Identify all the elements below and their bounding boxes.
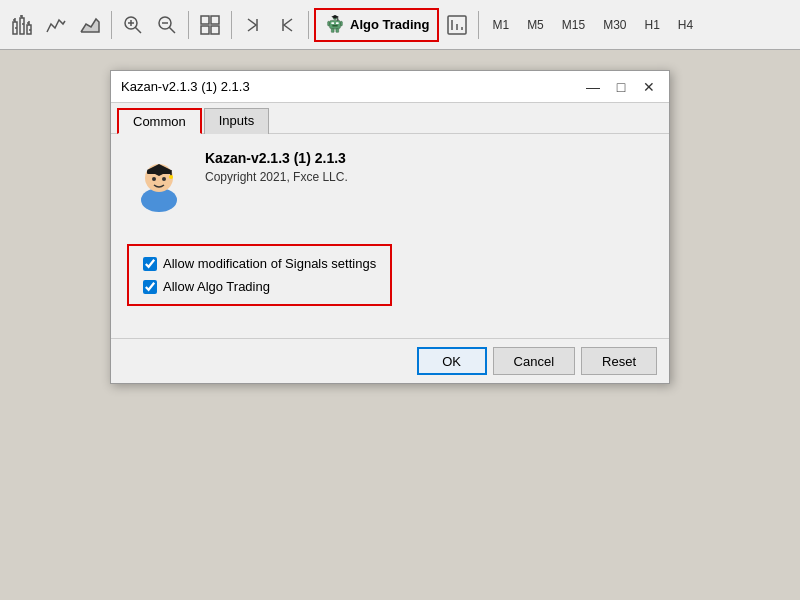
svg-rect-29 — [332, 25, 338, 26]
svg-line-18 — [169, 27, 175, 33]
svg-line-15 — [135, 27, 141, 33]
svg-rect-33 — [336, 28, 339, 32]
main-area: Kazan-v2.1.3 (1) 2.1.3 — □ ✕ Common Inpu… — [0, 50, 800, 600]
svg-rect-35 — [337, 16, 338, 19]
expert-info: Kazan-v2.1.3 (1) 2.1.3 Copyright 2021, F… — [127, 150, 653, 214]
checkboxes-section: Allow modification of Signals settings A… — [127, 244, 392, 306]
maximize-button[interactable]: □ — [611, 77, 631, 97]
timeframe-m5[interactable]: M5 — [519, 11, 552, 39]
svg-rect-30 — [328, 21, 330, 26]
expert-details: Kazan-v2.1.3 (1) 2.1.3 Copyright 2021, F… — [205, 150, 348, 184]
separator-1 — [111, 11, 112, 39]
dialog-title: Kazan-v2.1.3 (1) 2.1.3 — [121, 79, 250, 94]
svg-point-47 — [152, 177, 156, 181]
tab-bar: Common Inputs — [111, 103, 669, 134]
expert-copyright: Copyright 2021, Fxce LLC. — [205, 170, 348, 184]
svg-rect-32 — [331, 28, 334, 32]
timeframe-m1[interactable]: M1 — [484, 11, 517, 39]
svg-rect-36 — [337, 19, 339, 20]
algo-trading-button[interactable]: Algo Trading — [314, 8, 439, 42]
separator-2 — [188, 11, 189, 39]
separator-3 — [231, 11, 232, 39]
cancel-button[interactable]: Cancel — [493, 347, 575, 375]
tab-common[interactable]: Common — [117, 108, 202, 134]
separator-5 — [478, 11, 479, 39]
checkbox-signals-row[interactable]: Allow modification of Signals settings — [143, 256, 376, 271]
expert-avatar — [127, 150, 191, 214]
dialog-footer: OK Cancel Reset — [111, 338, 669, 383]
zoom-out-icon[interactable] — [151, 9, 183, 41]
checkbox-algo-row[interactable]: Allow Algo Trading — [143, 279, 376, 294]
robot-icon — [324, 14, 346, 36]
svg-rect-20 — [211, 16, 219, 24]
separator-4 — [308, 11, 309, 39]
svg-rect-28 — [336, 22, 339, 24]
svg-rect-4 — [20, 18, 24, 34]
reset-button[interactable]: Reset — [581, 347, 657, 375]
expert-dialog: Kazan-v2.1.3 (1) 2.1.3 — □ ✕ Common Inpu… — [110, 70, 670, 384]
svg-rect-22 — [211, 26, 219, 34]
chart-settings-icon[interactable] — [441, 9, 473, 41]
zoom-in-icon[interactable] — [117, 9, 149, 41]
checkbox-algo-label: Allow Algo Trading — [163, 279, 270, 294]
svg-rect-27 — [331, 22, 334, 24]
bar-chart-icon[interactable] — [6, 9, 38, 41]
algo-trading-label: Algo Trading — [350, 17, 429, 32]
checkbox-algo[interactable] — [143, 280, 157, 294]
svg-rect-21 — [201, 26, 209, 34]
minimize-button[interactable]: — — [583, 77, 603, 97]
svg-point-48 — [162, 177, 166, 181]
svg-rect-26 — [330, 20, 341, 28]
timeframe-m30[interactable]: M30 — [595, 11, 634, 39]
dialog-controls: — □ ✕ — [583, 77, 659, 97]
checkbox-signals-label: Allow modification of Signals settings — [163, 256, 376, 271]
grid-icon[interactable] — [194, 9, 226, 41]
timeframe-m15[interactable]: M15 — [554, 11, 593, 39]
svg-rect-31 — [341, 21, 343, 26]
ok-button[interactable]: OK — [417, 347, 487, 375]
back-icon[interactable] — [271, 9, 303, 41]
forward-icon[interactable] — [237, 9, 269, 41]
tab-inputs[interactable]: Inputs — [204, 108, 269, 134]
dialog-body: Kazan-v2.1.3 (1) 2.1.3 Copyright 2021, F… — [111, 134, 669, 338]
dialog-titlebar: Kazan-v2.1.3 (1) 2.1.3 — □ ✕ — [111, 71, 669, 103]
line-chart-icon[interactable] — [40, 9, 72, 41]
svg-rect-19 — [201, 16, 209, 24]
timeframe-h4[interactable]: H4 — [670, 11, 701, 39]
close-button[interactable]: ✕ — [639, 77, 659, 97]
main-toolbar: Algo Trading M1 M5 M15 M30 H1 H4 — [0, 0, 800, 50]
timeframe-h1[interactable]: H1 — [636, 11, 667, 39]
area-chart-icon[interactable] — [74, 9, 106, 41]
expert-name: Kazan-v2.1.3 (1) 2.1.3 — [205, 150, 348, 166]
svg-point-46 — [169, 175, 173, 179]
checkbox-signals[interactable] — [143, 257, 157, 271]
